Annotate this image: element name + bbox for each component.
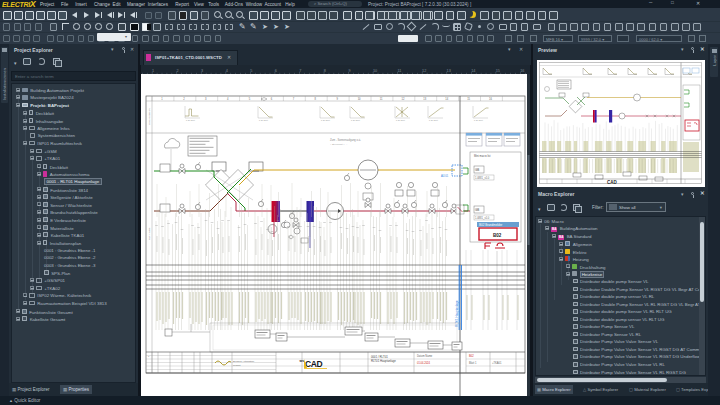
svg-text:RLT Anlage: RLT Anlage	[148, 227, 151, 240]
svg-text:0 10 100 t: 0 10 100 t	[396, 119, 405, 121]
svg-text:14: 14	[471, 69, 475, 73]
svg-text:+TKA01: +TKA01	[492, 361, 502, 365]
svg-text:AU 01: AU 01	[441, 174, 449, 178]
svg-text:11: 11	[398, 69, 402, 73]
svg-text:0 10 100 t: 0 10 100 t	[186, 119, 195, 121]
svg-text:1.0881_v1.0: 1.0881_v1.0	[475, 176, 490, 180]
svg-text:0 10 100 t: 0 10 100 t	[351, 119, 360, 121]
svg-text:0 10 100 t: 0 10 100 t	[474, 119, 483, 121]
svg-text:0 10 100 t: 0 10 100 t	[321, 119, 330, 121]
svg-text:13: 13	[447, 69, 451, 73]
svg-text:1.0881_v1.0: 1.0881_v1.0	[475, 216, 490, 220]
svg-text:15: 15	[496, 69, 500, 73]
svg-text:Blatt 1: Blatt 1	[469, 361, 477, 365]
svg-text:Datum Name: Datum Name	[417, 354, 433, 358]
svg-text:WSCAD design: WSCAD design	[148, 108, 151, 125]
svg-text:Mini macro list: Mini macro list	[474, 154, 491, 158]
svg-text:B02 Brandmelder: B02 Brandmelder	[479, 223, 502, 227]
svg-text:01.04.2024: 01.04.2024	[417, 361, 431, 365]
svg-text:0 10 100 t: 0 10 100 t	[429, 119, 438, 121]
svg-text:12: 12	[422, 69, 426, 73]
svg-text:10: 10	[373, 69, 377, 73]
svg-text:+ Steuerung t + ...: + Steuerung t + ...	[330, 143, 348, 145]
svg-text:0 10 100 t: 0 10 100 t	[259, 119, 268, 121]
svg-text:RLT01 Hauptanlage: RLT01 Hauptanlage	[371, 359, 396, 363]
svg-text:B02: B02	[493, 233, 502, 238]
svg-text:GB: GB	[475, 208, 479, 212]
svg-text:Projekt: Projekt	[233, 364, 241, 367]
svg-text:CAD: CAD	[607, 180, 617, 185]
svg-text:GB: GB	[475, 168, 479, 172]
svg-text:B02: B02	[469, 354, 474, 358]
svg-text:ws: ws	[299, 359, 305, 363]
svg-text:Zum - Sonnenaufgang o.ä.: Zum - Sonnenaufgang o.ä.	[330, 138, 361, 142]
svg-text:16: 16	[520, 69, 524, 73]
svg-text:CAD: CAD	[305, 359, 322, 369]
